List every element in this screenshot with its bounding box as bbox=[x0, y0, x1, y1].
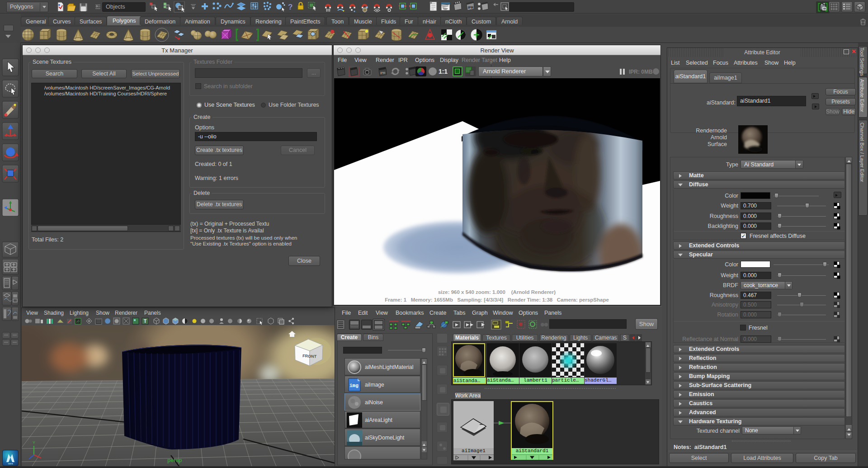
svg-text:IPR: IPR bbox=[380, 71, 386, 75]
svg-text:FRONT: FRONT bbox=[302, 354, 317, 359]
svg-text:?: ? bbox=[288, 3, 292, 11]
svg-text:Y: Y bbox=[33, 440, 35, 445]
svg-text:img: img bbox=[349, 383, 359, 388]
svg-text:IPR: IPR bbox=[468, 5, 474, 9]
svg-text:T: T bbox=[144, 319, 146, 324]
svg-text:MAYA: MAYA bbox=[8, 463, 13, 465]
svg-text:persp: persp bbox=[167, 457, 182, 463]
svg-text:size: 960 x 540 zoom: 1.000: size: 960 x 540 zoom: 1.000 (Arnold Rend… bbox=[438, 289, 556, 295]
svg-text:Frame: 1 Memory: 1655Mb Sa: Frame: 1 Memory: 1655Mb Sampling: [4/3/3… bbox=[385, 297, 609, 303]
